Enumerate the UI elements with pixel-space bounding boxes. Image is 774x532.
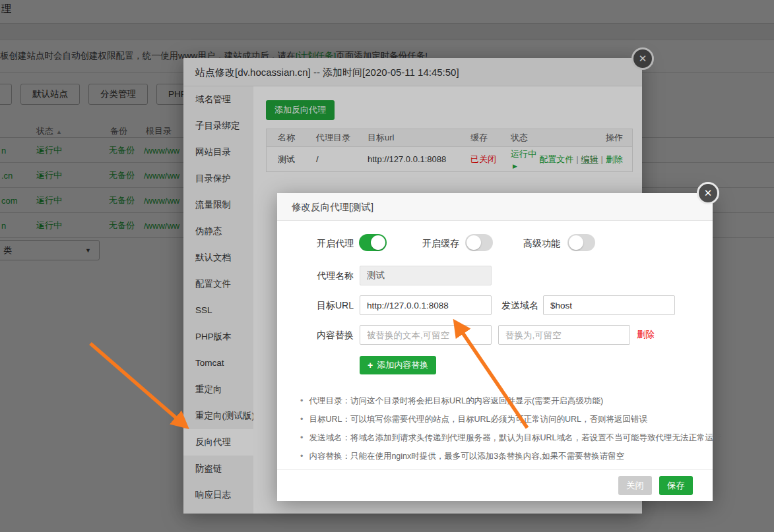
target-url-label: 目标URL [317,295,354,315]
send-domain-label: 发送域名 [501,295,538,315]
content-replace-label: 内容替换 [317,325,354,345]
save-button[interactable]: 保存 [659,476,693,495]
bullet-icon: • [300,452,303,461]
screen: 理 板创建站点时会自动创建权限配置，统一使用www用户，建站成功后，请在[计划任… [0,0,774,532]
replace-to-input[interactable] [498,325,630,345]
delete-replace-link[interactable]: 删除 [637,325,655,345]
enable-proxy-toggle[interactable] [359,234,387,251]
edit-proxy-modal: 修改反向代理[测试] ✕ 开启代理 开启缓存 高级功能 代理名称 目标URL 发… [277,193,713,501]
bullet-icon: • [300,433,303,442]
plus-icon: + [368,360,373,370]
edit-proxy-header: 修改反向代理[测试] [277,193,713,221]
bullet-icon: • [300,396,303,405]
enable-cache-toggle[interactable] [465,234,493,251]
send-domain-input[interactable] [543,295,675,315]
target-url-input[interactable] [360,295,492,315]
toggle-knob [569,235,583,250]
add-content-replace-button[interactable]: + 添加内容替换 [360,356,436,374]
proxy-name-input [360,266,492,285]
tips-list: •代理目录：访问这个目录时将会把目标URL的内容返回并显示(需要开启高级功能) … [300,396,721,469]
advanced-toggle[interactable] [567,234,595,251]
edit-proxy-close-icon[interactable]: ✕ [697,182,719,204]
tip-item: •发送域名：将域名添加到请求头传递到代理服务器，默认为目标URL域名，若设置不当… [300,432,721,444]
add-content-replace-label: 添加内容替换 [377,359,428,371]
bullet-icon: • [300,415,303,424]
enable-cache-label: 开启缓存 [422,233,459,253]
tip-item: •目标URL：可以填写你需要代理的站点，目标URL必须为可正常访问的URL，否则… [300,414,721,425]
replace-from-input[interactable] [360,325,492,345]
tip-item: •内容替换：只能在使用nginx时提供，最多可以添加3条替换内容,如果不需要替换… [300,451,721,462]
edit-proxy-footer: 关闭 保存 [277,469,713,501]
toggle-knob [467,235,481,250]
tip-item: •代理目录：访问这个目录时将会把目标URL的内容返回并显示(需要开启高级功能) [300,396,721,407]
advanced-label: 高级功能 [523,233,560,253]
proxy-name-label: 代理名称 [317,266,354,285]
toggle-knob [371,235,385,250]
enable-proxy-label: 开启代理 [317,233,354,253]
close-button[interactable]: 关闭 [618,476,652,495]
edit-proxy-title: 修改反向代理[测试] [277,193,713,221]
